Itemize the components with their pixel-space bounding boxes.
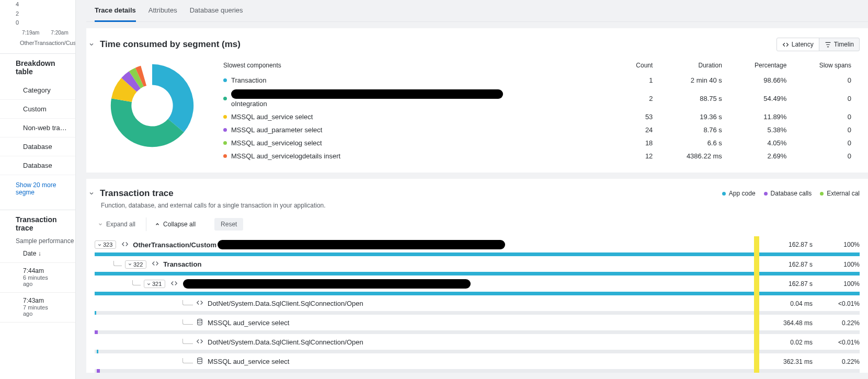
chevron-down-icon [146,282,151,286]
table-row[interactable]: MSSQL aud_servicelog select 18 6.6 s 4.0… [216,137,859,149]
legend-dot-icon [223,78,227,82]
component-name: MSSQL aud_servicelogdetails insert [231,152,340,160]
table-row[interactable]: Transaction 1 2 min 40 s 98.66% 0 [216,74,859,86]
trace-bar [95,330,860,334]
col-count: Count [618,60,660,73]
legend-dot-icon [764,192,768,196]
breakdown-title: Breakdown table [0,53,75,81]
trace-row[interactable]: DotNet/System.Data.SqlClient.SqlConnecti… [86,295,868,315]
database-icon [196,357,203,364]
trace-label: OtherTransaction/Custom [133,241,216,249]
redacted-text [218,240,505,249]
legend-dot-icon [820,192,824,196]
svg-point-1 [198,358,202,360]
trace-bar [95,311,860,315]
trace-panel: Transaction trace App codeDatabase calls… [86,179,868,373]
expand-toggle[interactable]: 323 [95,240,116,249]
component-percent: 54.49% [730,87,794,110]
latency-label: Latency [792,41,814,48]
chevron-down-icon[interactable] [88,190,95,197]
tab-db-queries[interactable]: Database queries [190,0,243,21]
tab-trace-details[interactable]: Trace details [95,0,136,22]
component-count: 12 [618,150,660,162]
component-duration: 19.36 s [661,111,729,123]
section-time-title: Time consumed by segment (ms) [100,39,241,50]
sidebar: 4 2 0 7:19am 7:20am OtherTransaction/Cus… [0,0,76,379]
trace-percent: <0.01% [813,300,860,307]
trace-bar [95,350,860,353]
timeline-label: Timelin [834,41,854,48]
components-table: Slowest components Count Duration Percen… [215,59,860,163]
tabs: Trace details Attributes Database querie… [86,0,868,22]
sidebar-item-database[interactable]: Database [0,137,75,156]
chart-x-labels: 7:19am 7:20am [0,28,75,36]
legend-dot-icon [223,97,227,100]
trace-bar [95,369,860,373]
legend-dot-icon [223,141,227,145]
chevron-down-icon[interactable] [88,41,95,48]
component-count: 18 [618,137,660,149]
trace-label: DotNet/System.Data.SqlClient.SqlConnecti… [208,338,363,346]
legend-item: OtherTransaction/Cus [0,36,75,46]
collapse-all-button[interactable]: Collapse all [146,217,202,231]
timeline-button[interactable]: Timelin [819,38,860,51]
component-name: oIntegration [231,89,503,108]
chevron-down-icon [128,262,132,267]
component-duration: 2 min 40 s [661,74,729,86]
component-count: 1 [618,74,660,86]
trace-row[interactable]: 323OtherTransaction/Custom162.87 s100% [86,236,868,256]
trace-row[interactable]: DotNet/System.Data.SqlClient.SqlConnecti… [86,334,868,353]
table-row[interactable]: MSSQL aud_servicelogdetails insert 12 43… [216,150,859,162]
show-more-segments[interactable]: Show 20 more segme [0,175,75,202]
date-ago: 6 minutes ago [23,274,52,287]
legend-dot-icon [223,115,227,119]
trace-row[interactable]: 321162.87 s100% [86,275,868,295]
expand-toggle[interactable]: 321 [144,280,165,288]
legend-label: App code [729,190,756,197]
trace-row[interactable]: MSSQL aud_service select362.31 ms0.22% [86,353,868,373]
component-name: MSSQL aud_servicelog select [231,139,322,147]
latency-button[interactable]: Latency [776,38,819,51]
trace-row[interactable]: 322Transaction162.87 s100% [86,256,868,275]
table-row[interactable]: MSSQL aud_service select 53 19.36 s 11.8… [216,111,859,123]
trace-duration: 362.31 ms [760,358,813,365]
tab-attributes[interactable]: Attributes [149,0,177,21]
trace-percent: 0.22% [813,358,860,365]
trace-label: MSSQL aud_service select [208,319,289,327]
component-duration: 88.75 s [661,87,729,110]
code-icon [152,260,159,267]
date-row[interactable]: 7:44am 6 minutes ago [0,263,75,293]
component-slow: 0 [795,87,859,110]
expand-all-button[interactable]: Expand all [92,217,142,231]
date-header[interactable]: Date ↓ [0,245,75,263]
code-icon [196,299,203,306]
trace-rows: 323OtherTransaction/Custom162.87 s100%32… [86,236,868,373]
component-percent: 5.38% [730,124,794,136]
component-duration: 4386.22 ms [661,150,729,162]
col-components: Slowest components [216,60,616,73]
expand-toggle[interactable]: 322 [125,260,146,269]
legend-item: App code [722,190,756,197]
table-row[interactable]: oIntegration 2 88.75 s 54.49% 0 [216,87,859,110]
chart-y-tick: 2 [0,9,75,19]
sidebar-item-nonweb[interactable]: Non-web trans… [0,119,75,137]
date-row[interactable]: 7:43am 7 minutes ago [0,293,75,323]
sidebar-item-category[interactable]: Category [0,81,75,100]
col-slow-spans: Slow spans [795,60,859,73]
legend-item: External cal [820,190,860,197]
component-name: MSSQL aud_service select [231,113,313,121]
timeline-marker [754,236,759,373]
component-slow: 0 [795,137,859,149]
table-row[interactable]: MSSQL aud_parameter select 24 8.76 s 5.3… [216,124,859,136]
svg-point-0 [198,319,202,321]
sidebar-item-custom[interactable]: Custom [0,100,75,119]
reset-button[interactable]: Reset [214,218,243,231]
trace-percent: 100% [813,241,860,248]
trace-row[interactable]: MSSQL aud_service select364.48 ms0.22% [86,315,868,334]
chevron-down-icon [98,222,103,227]
trace-bar [95,252,860,256]
legend-item: Database calls [764,190,812,197]
sidebar-item-database2[interactable]: Database [0,156,75,175]
legend-dot-icon [223,128,227,132]
trace-percent: 100% [813,280,860,288]
